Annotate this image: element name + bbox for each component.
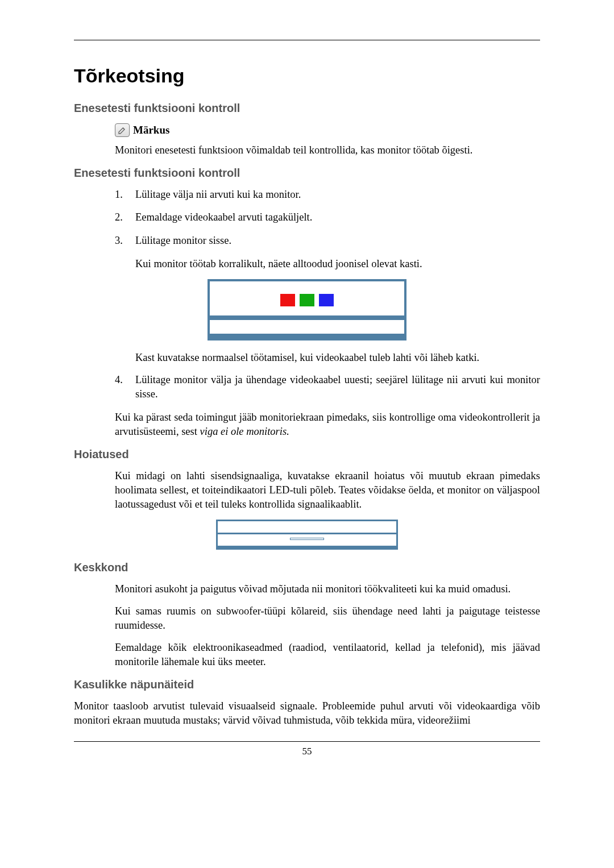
top-rule bbox=[74, 40, 540, 40]
red-square-icon bbox=[280, 294, 295, 306]
blue-square-icon bbox=[319, 294, 334, 306]
step-number: 2. bbox=[115, 210, 135, 225]
note-body: Monitori enesetesti funktsioon võimaldab… bbox=[115, 143, 540, 157]
step-text: Lülitage välja nii arvuti kui ka monitor… bbox=[135, 188, 540, 202]
steps-list: 1. Lülitage välja nii arvuti kui ka moni… bbox=[115, 188, 540, 248]
osd2-mode bbox=[218, 546, 396, 548]
step-item: 4. Lülitage monitor välja ja ühendage vi… bbox=[115, 373, 540, 401]
section-heading-selftest-2: Enesetesti funktsiooni kontroll bbox=[74, 165, 540, 181]
env-p2: Kui samas ruumis on subwoofer-tüüpi kõla… bbox=[115, 604, 540, 633]
step-text: Eemaldage videokaabel arvuti tagaküljelt… bbox=[135, 210, 540, 225]
green-square-icon bbox=[300, 294, 314, 306]
warnings-body: Kui midagi on lahti sisendsignaaliga, ku… bbox=[115, 469, 540, 512]
section-heading-selftest-1: Enesetesti funktsiooni kontroll bbox=[74, 101, 540, 116]
osd2-mid bbox=[218, 533, 396, 546]
page-title: Tõrkeotsing bbox=[74, 63, 540, 89]
osd-box bbox=[208, 279, 406, 340]
step3-sub-a: Kui monitor töötab korralikult, näete al… bbox=[135, 257, 540, 271]
note-icon bbox=[115, 123, 130, 137]
osd2-top bbox=[218, 521, 396, 533]
step3-sub-b: Kast kuvatakse normaalsel töötamisel, ku… bbox=[135, 351, 540, 365]
osd-mode bbox=[210, 334, 404, 338]
step-text: Lülitage monitor sisse. bbox=[135, 234, 540, 248]
note-label: Märkus bbox=[133, 123, 169, 138]
section-heading-tips: Kasulikke näpunäiteid bbox=[74, 677, 540, 692]
section-heading-warnings: Hoiatused bbox=[74, 447, 540, 462]
page-number: 55 bbox=[74, 745, 540, 758]
osd2-question-button bbox=[290, 538, 324, 540]
note-row: Märkus bbox=[115, 123, 540, 138]
steps-list-cont: 4. Lülitage monitor välja ja ühendage vi… bbox=[115, 373, 540, 401]
osd-mid bbox=[210, 320, 404, 334]
step-item: 2. Eemaldage videokaabel arvuti tagakülj… bbox=[115, 210, 540, 225]
rgb-row bbox=[210, 294, 404, 306]
after-italic: viga ei ole monitoris. bbox=[200, 426, 289, 437]
osd-divider bbox=[210, 315, 404, 320]
osd2-box bbox=[216, 520, 398, 550]
footer-rule bbox=[74, 741, 540, 742]
step-number: 4. bbox=[115, 373, 135, 401]
figure-check-signal bbox=[74, 279, 540, 340]
step-number: 3. bbox=[115, 234, 135, 248]
env-p1: Monitori asukoht ja paigutus võivad mõju… bbox=[115, 582, 540, 596]
section-heading-environment: Keskkond bbox=[74, 560, 540, 575]
tips-p1: Monitor taasloob arvutist tulevaid visua… bbox=[74, 699, 540, 728]
step-item: 1. Lülitage välja nii arvuti kui ka moni… bbox=[115, 188, 540, 202]
step-text: Lülitage monitor välja ja ühendage video… bbox=[135, 373, 540, 401]
step-number: 1. bbox=[115, 188, 135, 202]
osd-top bbox=[210, 281, 404, 315]
after-steps-paragraph: Kui ka pärast seda toimingut jääb monito… bbox=[115, 410, 540, 439]
figure-not-optimum bbox=[74, 520, 540, 550]
after-text: Kui ka pärast seda toimingut jääb monito… bbox=[115, 412, 540, 437]
step-item: 3. Lülitage monitor sisse. bbox=[115, 234, 540, 248]
env-p3: Eemaldage kõik elektroonikaseadmed (raad… bbox=[115, 641, 540, 669]
